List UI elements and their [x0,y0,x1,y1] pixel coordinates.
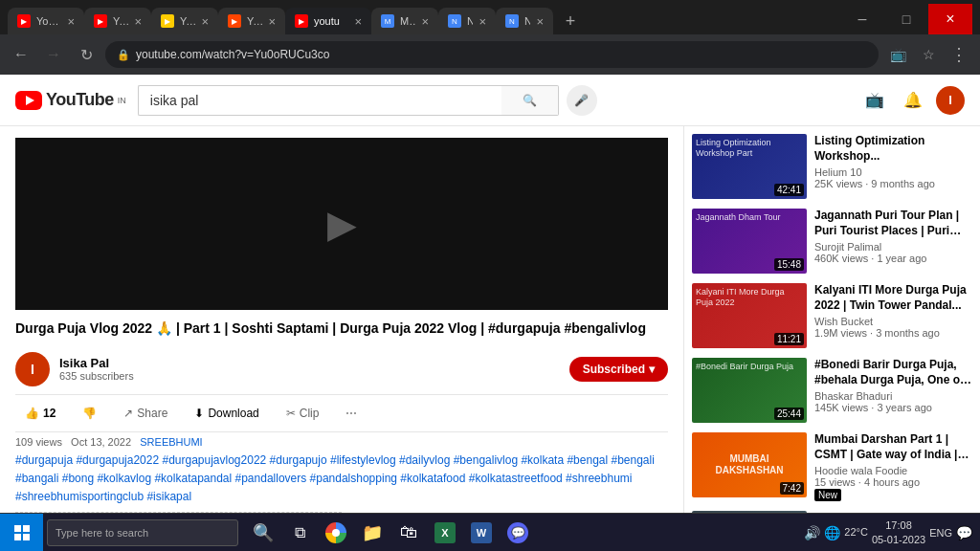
channel-row: I Isika Pal 635 subscribers Subscribed ▾ [15,344,668,394]
rec-item-1[interactable]: Listing Optimization Workshop Part 42:41… [692,134,972,199]
tab-title: Mon [400,15,415,27]
tab-close-icon[interactable]: × [536,14,544,29]
tab-favicon: ▶ [94,14,107,28]
rec-duration-4: 25:44 [774,408,804,420]
address-bar[interactable]: 🔒 youtube.com/watch?v=Yu0oRUCu3co [105,41,879,68]
tab-current[interactable]: ▶ youtu × [285,8,371,34]
new-tab-button[interactable]: + [557,8,584,34]
share-button[interactable]: ↗ Share [114,401,177,426]
taskbar-icon-widgets[interactable]: 🔍 [246,516,280,550]
rec-title-2: Jagannath Puri Tour Plan | Puri Tourist … [814,209,972,238]
mic-button[interactable]: 🎤 [567,85,597,116]
rec-item-2[interactable]: Jagannath Dham Tour 15:48 Jagannath Puri… [692,209,972,274]
system-clock: 17:08 05-01-2023 [872,518,925,546]
tab-new1[interactable]: N New × [438,8,496,34]
rec-title-3: Kalyani ITI More Durga Puja 2022 | Twin … [814,283,972,313]
youtube-logo-icon [15,91,42,110]
tab-title: YouTu [247,15,262,27]
rec-item-3[interactable]: Kalyani ITI More Durga Puja 2022 11:21 K… [692,283,972,348]
tab-bar: ▶ YouTu × ▶ YouT × ▶ YouTu × ▶ YouTu × ▶ [0,0,980,34]
rec-item-5[interactable]: MUMBAIDAKSHASHAN 7:42 Mumbai Darshan Par… [692,432,972,501]
tab-close-icon[interactable]: × [201,14,209,29]
subscribe-button[interactable]: Subscribed ▾ [569,357,668,382]
cast-header-icon[interactable]: 📺 [859,85,890,116]
tab-yt3[interactable]: ▶ YouTu × [151,8,218,34]
rec-info-2: Jagannath Puri Tour Plan | Puri Tourist … [814,209,972,274]
forward-button[interactable]: → [40,41,67,68]
video-player[interactable]: ▶ [15,138,668,310]
search-button[interactable]: 🔍 [501,85,559,116]
download-button[interactable]: ⬇ Download [185,401,268,426]
channel-avatar[interactable]: I [15,352,50,386]
thumbs-down-icon: 👎 [82,407,97,420]
cast-icon[interactable]: 📺 [884,41,911,68]
main-content: ▶ Durga Puja Vlog 2022 🙏 | Part 1 | Sosh… [0,126,980,513]
taskbar-search[interactable]: Type here to search [47,519,238,546]
video-description: #durgapuja #durgapuja2022 #durgapujavlog… [15,452,668,513]
download-icon: ⬇ [194,407,204,420]
clock-time: 17:08 [872,518,925,532]
taskbar-icon-discord[interactable]: 💬 [501,516,535,550]
recommendations-sidebar: Listing Optimization Workshop Part 42:41… [683,126,980,513]
tab-mon[interactable]: M Mon × [371,8,438,34]
channel-name[interactable]: Isika Pal [59,356,560,370]
tab-title: YouT [113,15,128,27]
taskbar-icon-chrome[interactable] [319,516,353,550]
video-content: ▶ Durga Puja Vlog 2022 🙏 | Part 1 | Sosh… [0,126,683,513]
rec-views-2: 460K views · 1 year ago [814,253,972,264]
address-text[interactable]: youtube.com/watch?v=Yu0oRUCu3co [136,48,329,61]
close-button[interactable]: × [928,4,972,34]
tab-yt2[interactable]: ▶ YouT × [84,8,151,34]
search-icon: 🔍 [523,94,537,107]
dislike-button[interactable]: 👎 [73,401,106,426]
tab-yt4[interactable]: ▶ YouTu × [218,8,285,34]
clip-button[interactable]: ✂ Clip [277,401,329,426]
maximize-button[interactable]: □ [884,4,928,34]
subscriber-count: 635 subscribers [59,370,560,382]
tab-new2[interactable]: N New × [496,8,553,34]
user-avatar[interactable]: I [936,86,965,115]
tab-close-active-icon[interactable]: × [354,14,362,29]
weather-widget[interactable]: 22°C [844,526,868,539]
rec-views-5: 15 views · 4 hours ago [814,476,972,488]
tab-close-icon[interactable]: × [479,14,486,29]
tab-title-active: youtu [314,15,348,27]
refresh-button[interactable]: ↻ [73,41,100,68]
hashtag-line[interactable]: #durgapuja #durgapuja2022 #durgapujavlog… [15,452,668,507]
video-title: Durga Puja Vlog 2022 🙏 | Part 1 | Soshti… [15,320,668,339]
taskbar-icon-explorer[interactable]: 📁 [355,516,390,550]
temperature: 22°C [844,526,868,539]
tab-favicon: ▶ [17,14,31,28]
tab-close-icon[interactable]: × [268,14,276,29]
minimize-button[interactable]: – [840,4,884,34]
header-right: 📺 🔔 I [859,85,965,116]
start-button[interactable] [0,514,43,552]
clip-icon: ✂ [286,407,296,420]
like-button[interactable]: 👍 12 [15,401,65,426]
youtube-logo[interactable]: YouTubeIN [15,90,126,110]
tab-list: ▶ YouTu × ▶ YouT × ▶ YouTu × ▶ YouTu × ▶ [8,8,840,34]
taskbar-icon-taskview[interactable]: ⧉ [282,516,317,550]
rec-duration-5: 7:42 [780,482,804,495]
notification-center-icon[interactable]: 💬 [956,525,972,540]
taskbar-icon-store[interactable]: 🛍 [391,516,426,550]
taskbar-icon-word[interactable]: W [464,516,499,550]
rec-channel-1: Helium 10 [814,166,972,178]
rec-item-4[interactable]: #Bonedi Barir Durga Puja 25:44 #Bonedi B… [692,358,972,423]
search-input[interactable] [138,85,501,116]
notifications-icon[interactable]: 🔔 [898,85,928,116]
taskbar-icon-excel[interactable]: X [428,516,462,550]
chevron-down-icon: ▾ [649,363,655,376]
thumbs-up-icon: 👍 [25,407,39,420]
taskbar-search-placeholder: Type here to search [56,527,148,539]
rec-duration-3: 11:21 [774,333,804,345]
settings-icon[interactable]: ⋮ [946,41,972,68]
rec-channel-3: Wish Bucket [814,316,972,327]
tab-close-icon[interactable]: × [67,14,75,29]
bookmark-icon[interactable]: ☆ [915,41,942,68]
tab-close-icon[interactable]: × [421,14,429,29]
tab-yt1[interactable]: ▶ YouTu × [8,8,84,34]
tab-close-icon[interactable]: × [134,14,142,29]
back-button[interactable]: ← [8,41,34,68]
more-button[interactable]: ⋯ [336,401,367,426]
